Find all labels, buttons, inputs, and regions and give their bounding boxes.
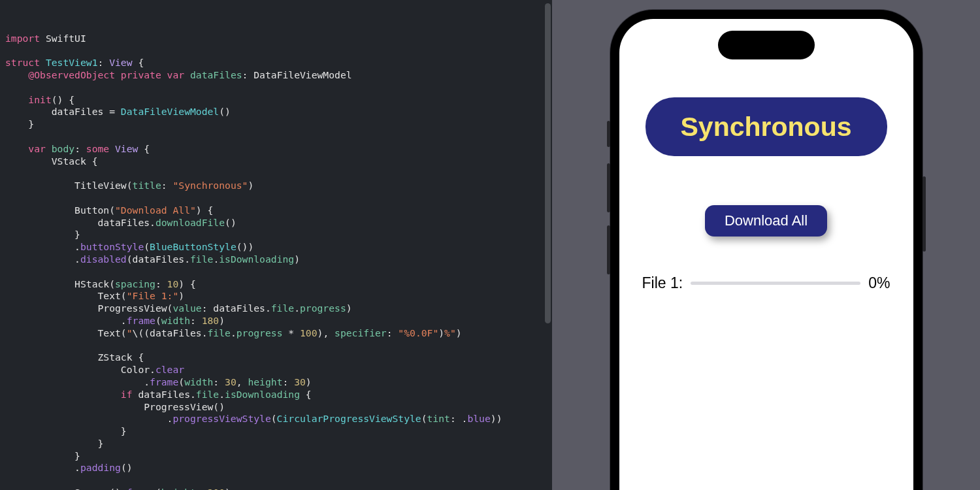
code-token: : [74,143,86,154]
code-token: struct [5,57,40,68]
code-token: . [5,253,80,265]
code-token: ) [294,253,300,265]
code-token: @ObservedObject [5,69,115,80]
app-root: Synchronous Download All File 1: 0% Rese… [619,19,913,490]
code-token: private [115,69,161,80]
code-token: View [109,143,138,154]
code-token: " [127,327,133,338]
code-token: : [282,376,294,387]
code-token: dataFiles. [133,389,196,400]
code-token: } [5,118,34,129]
code-token: ProgressView( [5,302,172,314]
code-token: progress [237,327,283,338]
code-token: ) [248,180,253,191]
code-token: Button( [5,204,115,216]
code-token: height [248,376,282,387]
code-token: . [5,376,150,387]
code-token: . [231,327,237,338]
code-token: . [219,389,225,400]
code-token: import [5,33,40,44]
volume-button-icon [607,121,610,147]
code-token: } [5,438,103,449]
code-token: 180 [202,315,220,326]
code-token: () [219,106,231,117]
device-screen: Synchronous Download All File 1: 0% Rese… [619,19,913,490]
code-token: specifier [335,327,387,338]
code-token: ) [178,290,184,301]
simulator-preview: Synchronous Download All File 1: 0% Rese… [552,0,980,490]
code-token: . [213,253,219,265]
title-text: Synchronous [681,112,852,142]
code-token: ( [155,315,161,326]
code-token: dataFiles [184,69,242,80]
code-token: blue [467,413,490,424]
code-token: height [161,487,196,490]
code-token: body [46,143,74,154]
code-token: : . [450,413,468,424]
code-token: SwiftUI [46,33,86,44]
code-token: : [155,278,167,289]
volume-button-icon [607,225,610,274]
code-token: (dataFiles. [127,253,190,265]
code-token: ) [456,327,462,338]
code-token: ()) [237,241,254,252]
volume-button-icon [607,163,610,212]
code-token: if [5,389,133,400]
code-token: 30 [225,376,237,387]
code-token: progressViewStyle [172,413,270,424]
code-token: : dataFiles. [202,302,271,314]
code-token: 200 [208,487,225,490]
code-token: ) [346,302,352,314]
code-token: padding [80,462,121,473]
code-token: tint [427,413,450,424]
code-token: frame [150,376,178,387]
code-token: ) [438,327,444,338]
code-token: . [5,413,172,424]
code-token: : [387,327,399,338]
code-token: some [86,143,109,154]
code-token: (dataFiles. [144,327,207,338]
code-token: } [5,450,80,461]
code-token: isDownloading [225,389,300,400]
code-token: Spacer(). [5,487,127,490]
code-token: spacing [115,278,155,289]
code-token: file [190,253,213,265]
code-token: . [294,302,300,314]
code-editor[interactable]: import SwiftUI struct TestView1: View { … [0,0,552,490]
code-token: } [5,425,127,436]
code-token: 30 [294,376,306,387]
code-token: . [5,241,80,252]
code-token: Text( [5,327,127,338]
code-token: width [161,315,190,326]
code-token: : DataFileViewModel [242,69,352,80]
code-token: ( [155,487,161,490]
file-label: File 1: [642,274,683,292]
code-token: . [5,462,80,473]
code-token: HStack( [5,278,115,289]
code-token: () [225,217,237,228]
scrollbar-thumb[interactable] [545,3,551,323]
code-token: frame [127,487,155,490]
code-token: } [5,229,80,240]
code-token: disabled [80,253,127,265]
code-token: title [133,180,161,191]
code-token: isDownloading [219,253,294,265]
code-token: value [172,302,201,314]
code-token: View [109,57,132,68]
code-token: , [237,376,248,387]
code-token: file [196,389,219,400]
code-token: width [184,376,213,387]
code-token: %" [444,327,456,338]
code-token: : [161,180,173,191]
code-token: file [208,327,231,338]
code-token: "Download All" [115,204,196,216]
download-all-button[interactable]: Download All [705,205,827,237]
code-token: TestView1 [46,57,98,68]
code-token: "Synchronous" [172,180,248,191]
code-token: "%0.0F" [398,327,438,338]
code-token: "File 1:" [127,290,179,301]
code-token: frame [127,315,155,326]
code-token: dataFiles = [5,106,121,117]
code-token: TitleView( [5,180,133,191]
iphone-frame: Synchronous Download All File 1: 0% Rese… [610,10,923,490]
